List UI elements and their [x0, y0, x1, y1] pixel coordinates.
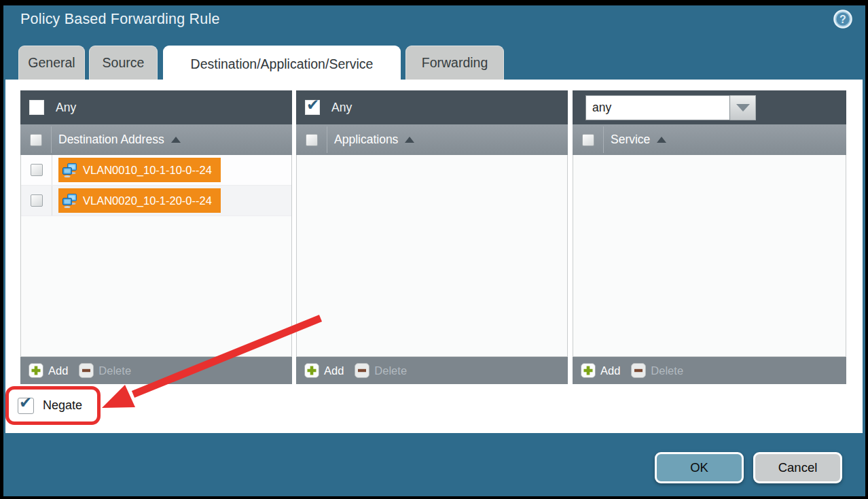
- header-divider: [327, 126, 327, 153]
- row-checkbox[interactable]: [31, 164, 43, 176]
- add-button[interactable]: Add: [304, 363, 344, 378]
- tab-forwarding[interactable]: Forwarding: [405, 46, 504, 80]
- add-plus-icon: [581, 363, 596, 378]
- destination-column-header[interactable]: Destination Address: [20, 124, 292, 155]
- address-object-vlan0020[interactable]: VLAN0020_10-1-20-0--24: [58, 188, 221, 213]
- add-button-label: Add: [324, 364, 344, 377]
- service-column-header[interactable]: Service: [573, 124, 846, 155]
- add-button-label: Add: [48, 364, 68, 377]
- destination-address-list: VLAN0010_10-1-10-0--24 VLAN00: [20, 155, 292, 357]
- negate-checkbox[interactable]: [18, 398, 34, 414]
- address-object-label: VLAN0010_10-1-10-0--24: [83, 164, 212, 177]
- help-icon[interactable]: ?: [833, 9, 853, 29]
- negate-label: Negate: [43, 398, 82, 413]
- svg-text:?: ?: [839, 14, 846, 25]
- delete-button[interactable]: Delete: [355, 363, 407, 378]
- delete-minus-icon: [631, 363, 646, 378]
- service-panel: any Service Add: [573, 90, 846, 384]
- applications-any-checkbox[interactable]: [305, 100, 320, 115]
- sort-ascending-icon[interactable]: [657, 137, 666, 143]
- applications-list: [296, 155, 568, 357]
- delete-minus-icon: [355, 363, 369, 378]
- tab-destination-application-service[interactable]: Destination/Application/Service: [163, 46, 401, 82]
- dialog-title: Policy Based Forwarding Rule: [20, 11, 220, 28]
- tab-label: Destination/Application/Service: [191, 56, 374, 72]
- tab-general[interactable]: General: [18, 46, 85, 80]
- delete-button[interactable]: Delete: [631, 363, 683, 378]
- table-row: VLAN0010_10-1-10-0--24: [21, 155, 291, 186]
- chevron-down-icon: [736, 104, 750, 111]
- applications-select-all-checkbox[interactable]: [306, 134, 318, 146]
- delete-button-label: Delete: [651, 364, 683, 377]
- service-list: [573, 155, 846, 357]
- any-label: Any: [56, 101, 76, 115]
- destination-panel-footer: Add Delete: [20, 357, 292, 384]
- service-panel-footer: Add Delete: [573, 357, 846, 384]
- add-plus-icon: [29, 363, 43, 378]
- row-checkbox-cell: [21, 155, 52, 185]
- address-object-label: VLAN0020_10-1-20-0--24: [83, 194, 212, 207]
- delete-button-label: Delete: [374, 364, 407, 377]
- service-select-all-checkbox[interactable]: [582, 134, 594, 146]
- add-button[interactable]: Add: [581, 363, 620, 378]
- column-header-label: Applications: [334, 133, 398, 147]
- tab-label: General: [28, 55, 75, 71]
- network-computers-icon: [62, 162, 77, 178]
- any-label: Any: [331, 101, 352, 115]
- ok-button[interactable]: OK: [655, 452, 744, 483]
- header-divider: [51, 126, 52, 153]
- destination-any-checkbox[interactable]: [29, 100, 44, 115]
- tab-source[interactable]: Source: [89, 46, 158, 80]
- add-plus-icon: [304, 363, 319, 378]
- service-dropdown-header: any: [573, 90, 846, 124]
- cancel-button[interactable]: Cancel: [753, 452, 842, 483]
- add-button-label: Add: [600, 364, 620, 377]
- row-checkbox[interactable]: [31, 194, 43, 207]
- annotation-highlight-box: Negate: [5, 386, 101, 425]
- tab-label: Forwarding: [422, 55, 488, 71]
- applications-any-header: Any: [296, 90, 568, 124]
- address-object-vlan0010[interactable]: VLAN0010_10-1-10-0--24: [58, 158, 221, 182]
- add-button[interactable]: Add: [29, 363, 68, 378]
- destination-select-all-checkbox[interactable]: [30, 134, 42, 146]
- sort-ascending-icon[interactable]: [405, 137, 414, 143]
- column-header-label: Destination Address: [58, 133, 164, 147]
- dropdown-value[interactable]: any: [585, 95, 730, 120]
- delete-button-label: Delete: [98, 364, 131, 377]
- dropdown-button[interactable]: [730, 95, 756, 120]
- delete-button[interactable]: Delete: [79, 363, 131, 378]
- destination-any-header: Any: [20, 90, 292, 124]
- destination-address-panel: Any Destination Address: [20, 90, 292, 384]
- pbf-rule-dialog: Policy Based Forwarding Rule ? General S…: [0, 0, 868, 499]
- network-computers-icon: [62, 193, 77, 209]
- header-divider: [603, 126, 604, 153]
- applications-panel: Any Applications Add Delete: [296, 90, 568, 384]
- sort-ascending-icon[interactable]: [171, 137, 181, 143]
- tab-label: Source: [103, 55, 145, 71]
- service-mode-dropdown[interactable]: any: [585, 95, 756, 120]
- delete-minus-icon: [79, 363, 94, 378]
- row-checkbox-cell: [21, 186, 52, 216]
- table-row: VLAN0020_10-1-20-0--24: [21, 186, 291, 216]
- applications-panel-footer: Add Delete: [296, 357, 568, 384]
- applications-column-header[interactable]: Applications: [296, 124, 568, 155]
- column-header-label: Service: [611, 133, 650, 147]
